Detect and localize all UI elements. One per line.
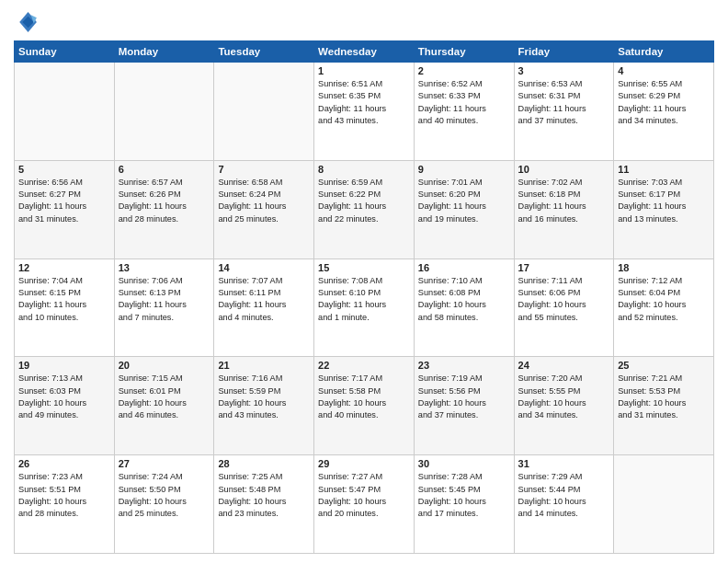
weekday-saturday: Saturday <box>614 41 714 63</box>
day-info-24: Sunrise: 7:20 AM Sunset: 5:55 PM Dayligh… <box>518 373 610 421</box>
day-info-4: Sunrise: 6:55 AM Sunset: 6:29 PM Dayligh… <box>618 78 710 127</box>
weekday-header-row: SundayMondayTuesdayWednesdayThursdayFrid… <box>15 41 714 63</box>
day-cell-22: 22Sunrise: 7:17 AM Sunset: 5:58 PM Dayli… <box>314 357 415 455</box>
day-cell-19: 19Sunrise: 7:13 AM Sunset: 6:03 PM Dayli… <box>15 357 115 455</box>
day-info-19: Sunrise: 7:13 AM Sunset: 6:03 PM Dayligh… <box>18 373 110 421</box>
day-number-26: 26 <box>18 458 110 469</box>
day-cell-15: 15Sunrise: 7:08 AM Sunset: 6:10 PM Dayli… <box>314 259 415 357</box>
empty-cell <box>614 455 714 554</box>
day-number-2: 2 <box>418 65 510 76</box>
day-number-29: 29 <box>318 458 410 469</box>
day-number-11: 11 <box>618 164 710 175</box>
weekday-wednesday: Wednesday <box>314 41 415 63</box>
page: SundayMondayTuesdayWednesdayThursdayFrid… <box>0 0 728 563</box>
day-number-21: 21 <box>218 360 310 371</box>
empty-cell <box>15 63 115 161</box>
day-info-29: Sunrise: 7:27 AM Sunset: 5:47 PM Dayligh… <box>318 471 410 520</box>
day-info-3: Sunrise: 6:53 AM Sunset: 6:31 PM Dayligh… <box>518 78 610 127</box>
day-cell-25: 25Sunrise: 7:21 AM Sunset: 5:53 PM Dayli… <box>614 357 714 455</box>
day-info-5: Sunrise: 6:56 AM Sunset: 6:27 PM Dayligh… <box>18 177 110 225</box>
day-number-7: 7 <box>218 164 310 175</box>
header <box>14 9 714 35</box>
calendar: SundayMondayTuesdayWednesdayThursdayFrid… <box>14 40 714 554</box>
day-info-9: Sunrise: 7:01 AM Sunset: 6:20 PM Dayligh… <box>418 177 510 225</box>
day-info-25: Sunrise: 7:21 AM Sunset: 5:53 PM Dayligh… <box>618 373 710 421</box>
empty-cell <box>114 63 214 161</box>
weekday-sunday: Sunday <box>15 41 115 63</box>
day-cell-14: 14Sunrise: 7:07 AM Sunset: 6:11 PM Dayli… <box>214 259 314 357</box>
week-row-5: 26Sunrise: 7:23 AM Sunset: 5:51 PM Dayli… <box>15 455 714 554</box>
day-info-26: Sunrise: 7:23 AM Sunset: 5:51 PM Dayligh… <box>18 471 110 520</box>
day-cell-7: 7Sunrise: 6:58 AM Sunset: 6:24 PM Daylig… <box>214 160 314 259</box>
day-info-10: Sunrise: 7:02 AM Sunset: 6:18 PM Dayligh… <box>518 177 610 225</box>
weekday-tuesday: Tuesday <box>214 41 314 63</box>
day-cell-26: 26Sunrise: 7:23 AM Sunset: 5:51 PM Dayli… <box>15 455 115 554</box>
week-row-3: 12Sunrise: 7:04 AM Sunset: 6:15 PM Dayli… <box>15 259 714 357</box>
day-number-10: 10 <box>518 164 610 175</box>
day-number-19: 19 <box>18 360 110 371</box>
day-number-16: 16 <box>418 262 510 273</box>
day-info-16: Sunrise: 7:10 AM Sunset: 6:08 PM Dayligh… <box>418 275 510 324</box>
day-cell-29: 29Sunrise: 7:27 AM Sunset: 5:47 PM Dayli… <box>314 455 415 554</box>
day-number-12: 12 <box>18 262 110 273</box>
day-cell-16: 16Sunrise: 7:10 AM Sunset: 6:08 PM Dayli… <box>414 259 514 357</box>
day-info-7: Sunrise: 6:58 AM Sunset: 6:24 PM Dayligh… <box>218 177 310 225</box>
day-number-30: 30 <box>418 458 510 469</box>
weekday-thursday: Thursday <box>414 41 514 63</box>
day-cell-9: 9Sunrise: 7:01 AM Sunset: 6:20 PM Daylig… <box>414 160 514 259</box>
weekday-friday: Friday <box>514 41 614 63</box>
day-number-1: 1 <box>318 65 410 76</box>
day-info-23: Sunrise: 7:19 AM Sunset: 5:56 PM Dayligh… <box>418 373 510 421</box>
day-cell-30: 30Sunrise: 7:28 AM Sunset: 5:45 PM Dayli… <box>414 455 514 554</box>
day-cell-5: 5Sunrise: 6:56 AM Sunset: 6:27 PM Daylig… <box>15 160 115 259</box>
day-cell-21: 21Sunrise: 7:16 AM Sunset: 5:59 PM Dayli… <box>214 357 314 455</box>
day-cell-10: 10Sunrise: 7:02 AM Sunset: 6:18 PM Dayli… <box>514 160 614 259</box>
day-info-30: Sunrise: 7:28 AM Sunset: 5:45 PM Dayligh… <box>418 471 510 520</box>
day-cell-12: 12Sunrise: 7:04 AM Sunset: 6:15 PM Dayli… <box>15 259 115 357</box>
day-cell-20: 20Sunrise: 7:15 AM Sunset: 6:01 PM Dayli… <box>114 357 214 455</box>
day-info-15: Sunrise: 7:08 AM Sunset: 6:10 PM Dayligh… <box>318 275 410 324</box>
day-info-11: Sunrise: 7:03 AM Sunset: 6:17 PM Dayligh… <box>618 177 710 225</box>
day-cell-11: 11Sunrise: 7:03 AM Sunset: 6:17 PM Dayli… <box>614 160 714 259</box>
day-info-12: Sunrise: 7:04 AM Sunset: 6:15 PM Dayligh… <box>18 275 110 324</box>
day-cell-2: 2Sunrise: 6:52 AM Sunset: 6:33 PM Daylig… <box>414 63 514 161</box>
day-number-9: 9 <box>418 164 510 175</box>
day-cell-23: 23Sunrise: 7:19 AM Sunset: 5:56 PM Dayli… <box>414 357 514 455</box>
day-cell-17: 17Sunrise: 7:11 AM Sunset: 6:06 PM Dayli… <box>514 259 614 357</box>
day-number-18: 18 <box>618 262 710 273</box>
day-cell-24: 24Sunrise: 7:20 AM Sunset: 5:55 PM Dayli… <box>514 357 614 455</box>
day-cell-18: 18Sunrise: 7:12 AM Sunset: 6:04 PM Dayli… <box>614 259 714 357</box>
day-number-4: 4 <box>618 65 710 76</box>
day-number-15: 15 <box>318 262 410 273</box>
day-number-8: 8 <box>318 164 410 175</box>
day-info-8: Sunrise: 6:59 AM Sunset: 6:22 PM Dayligh… <box>318 177 410 225</box>
day-number-25: 25 <box>618 360 710 371</box>
week-row-4: 19Sunrise: 7:13 AM Sunset: 6:03 PM Dayli… <box>15 357 714 455</box>
logo <box>14 9 43 35</box>
day-info-22: Sunrise: 7:17 AM Sunset: 5:58 PM Dayligh… <box>318 373 410 421</box>
day-number-17: 17 <box>518 262 610 273</box>
day-cell-28: 28Sunrise: 7:25 AM Sunset: 5:48 PM Dayli… <box>214 455 314 554</box>
day-number-20: 20 <box>119 360 210 371</box>
day-number-31: 31 <box>518 458 610 469</box>
day-cell-27: 27Sunrise: 7:24 AM Sunset: 5:50 PM Dayli… <box>114 455 214 554</box>
day-number-3: 3 <box>518 65 610 76</box>
day-info-28: Sunrise: 7:25 AM Sunset: 5:48 PM Dayligh… <box>218 471 310 520</box>
day-number-24: 24 <box>518 360 610 371</box>
day-info-13: Sunrise: 7:06 AM Sunset: 6:13 PM Dayligh… <box>119 275 210 324</box>
day-cell-1: 1Sunrise: 6:51 AM Sunset: 6:35 PM Daylig… <box>314 63 415 161</box>
day-cell-13: 13Sunrise: 7:06 AM Sunset: 6:13 PM Dayli… <box>114 259 214 357</box>
day-number-27: 27 <box>119 458 210 469</box>
week-row-2: 5Sunrise: 6:56 AM Sunset: 6:27 PM Daylig… <box>15 160 714 259</box>
day-number-22: 22 <box>318 360 410 371</box>
day-cell-3: 3Sunrise: 6:53 AM Sunset: 6:31 PM Daylig… <box>514 63 614 161</box>
day-number-6: 6 <box>119 164 210 175</box>
day-number-28: 28 <box>218 458 310 469</box>
day-info-6: Sunrise: 6:57 AM Sunset: 6:26 PM Dayligh… <box>119 177 210 225</box>
day-cell-6: 6Sunrise: 6:57 AM Sunset: 6:26 PM Daylig… <box>114 160 214 259</box>
day-info-18: Sunrise: 7:12 AM Sunset: 6:04 PM Dayligh… <box>618 275 710 324</box>
week-row-1: 1Sunrise: 6:51 AM Sunset: 6:35 PM Daylig… <box>15 63 714 161</box>
weekday-monday: Monday <box>114 41 214 63</box>
day-info-17: Sunrise: 7:11 AM Sunset: 6:06 PM Dayligh… <box>518 275 610 324</box>
day-info-20: Sunrise: 7:15 AM Sunset: 6:01 PM Dayligh… <box>119 373 210 421</box>
